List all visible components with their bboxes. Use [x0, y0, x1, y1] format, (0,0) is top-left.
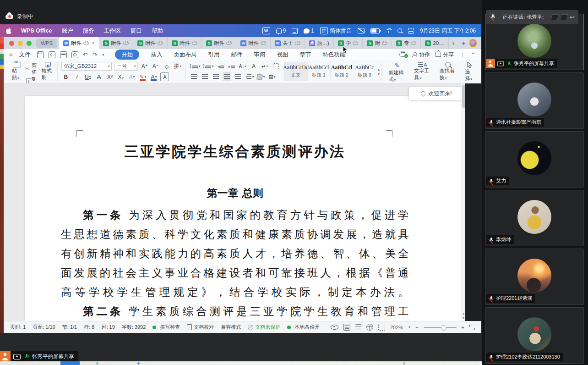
ribbon-tab[interactable]: 开始: [115, 50, 139, 60]
document-tab[interactable]: S 附件: [133, 37, 168, 49]
align-left-button[interactable]: [190, 72, 198, 81]
style-item[interactable]: AaBbCcl 标题 2: [330, 62, 353, 81]
strikethrough-button[interactable]: A: [94, 72, 103, 81]
scroll-up-icon[interactable]: ▲: [462, 312, 465, 315]
underline-button[interactable]: U▾: [83, 72, 92, 81]
superscript-button[interactable]: X²: [105, 72, 114, 81]
zoom-in-button[interactable]: +: [462, 325, 464, 330]
new-style-button[interactable]: ✎ 新建样式▾: [386, 61, 408, 82]
ribbon-tab[interactable]: 章节: [299, 51, 311, 59]
clear-format-button[interactable]: ◇: [162, 62, 171, 71]
ribbon-tab[interactable]: 特色功能: [322, 51, 345, 59]
shrink-font-button[interactable]: A⁻: [151, 62, 160, 71]
wps-tray-icon[interactable]: W: [262, 27, 270, 34]
wrap-button[interactable]: ↵▾: [261, 62, 269, 71]
view-layout-icon[interactable]: [560, 14, 568, 20]
cut-button[interactable]: ✂剪切: [25, 62, 39, 76]
menubar-item[interactable]: 工作区: [103, 27, 121, 35]
wechat-badge[interactable]: 1: [304, 28, 314, 34]
menubar-item[interactable]: 帮助: [152, 27, 163, 35]
zoom-window-button[interactable]: [27, 41, 32, 46]
page-view-icon[interactable]: [343, 324, 350, 331]
scrollbar-thumb[interactable]: [462, 85, 465, 108]
spell-check-status[interactable]: 拼写检查: [152, 324, 180, 331]
protection-status[interactable]: 文档未保护: [248, 324, 280, 331]
status-item[interactable]: 字数: 3992: [122, 324, 146, 331]
font-color-button[interactable]: A▾: [149, 72, 158, 81]
vertical-scrollbar[interactable]: ▲ ▼: [461, 83, 465, 321]
outline-view-icon[interactable]: [355, 324, 361, 330]
backup-status[interactable]: 本地备份开: [287, 324, 320, 331]
close-window-button[interactable]: [9, 41, 14, 46]
document-tab[interactable]: S 附: [363, 37, 392, 49]
undo-icon[interactable]: ↶: [83, 51, 88, 58]
taskbar-app-highlight[interactable]: [60, 361, 80, 365]
zoom-slider[interactable]: [424, 327, 457, 328]
distribute-button[interactable]: [234, 72, 242, 81]
hamburger-icon[interactable]: ≡: [9, 51, 13, 58]
fit-page-icon[interactable]: [378, 324, 385, 331]
print-icon[interactable]: [60, 51, 67, 58]
align-right-button[interactable]: [212, 72, 220, 81]
document-tab[interactable]: W 关于: [271, 37, 305, 49]
zoom-slider-thumb[interactable]: [441, 325, 446, 331]
style-scroll-down-icon[interactable]: ▼: [377, 72, 381, 76]
collaborate-button[interactable]: 协作: [412, 51, 430, 59]
participant-tile[interactable]: 通讯社摄影部严雨琪: [485, 72, 584, 129]
select-button[interactable]: 选择▾: [462, 61, 477, 82]
ribbon-tab[interactable]: 页面布局: [174, 51, 196, 59]
document-tab[interactable]: W 附件: [59, 37, 99, 49]
proofing-status[interactable]: 文档校对: [187, 324, 214, 331]
align-center-button[interactable]: [201, 72, 209, 81]
control-center-icon[interactable]: [408, 28, 414, 34]
search-icon[interactable]: [397, 28, 402, 33]
close-tab-icon[interactable]: [92, 40, 95, 46]
menubar-clock[interactable]: 9月23日 周五 下午2:06: [420, 27, 476, 35]
tab-scroll-right-icon[interactable]: ›: [449, 39, 458, 47]
paste-button[interactable]: 粘贴▾: [12, 62, 22, 81]
asian-layout-button[interactable]: A↓▾: [239, 62, 247, 71]
char-border-button[interactable]: A: [160, 72, 169, 81]
web-view-icon[interactable]: [366, 324, 373, 331]
menubar-item[interactable]: 服务: [82, 27, 94, 35]
apple-icon[interactable]: [5, 28, 11, 34]
battery-icon[interactable]: [370, 28, 380, 33]
style-item[interactable]: AaBbCc 标题 3: [353, 62, 376, 81]
char-scale-button[interactable]: A: [250, 62, 258, 71]
document-area[interactable]: 三亚学院学生综合素质测评办法 第一章 总则 第一条为深入贯彻党和国家的教育方针与…: [4, 83, 465, 321]
subscript-button[interactable]: X₂: [116, 72, 125, 81]
ribbon-tab[interactable]: 插入: [151, 51, 162, 59]
cloud-saved-icon[interactable]: ✓: [399, 52, 407, 57]
participant-tile[interactable]: 艾力: [485, 131, 584, 188]
wps-home-tab[interactable]: WPS: [36, 39, 57, 48]
document-tab[interactable]: S 附件: [99, 37, 133, 49]
more-options-icon[interactable]: ⋮: [459, 51, 465, 58]
document-tab[interactable]: S 专: [392, 37, 421, 49]
line-spacing-button[interactable]: ↕▾: [245, 72, 254, 81]
highlight-button[interactable]: ✎▾: [138, 72, 147, 81]
collapse-ribbon-icon[interactable]: ⌃: [471, 51, 476, 58]
participant-tile[interactable]: 李炳坤: [485, 190, 584, 246]
minimize-window-button[interactable]: [18, 41, 23, 46]
menubar-item[interactable]: 窗口: [131, 27, 142, 35]
style-item[interactable]: AaBbCcDd 正文: [284, 62, 307, 81]
grow-font-button[interactable]: A⁺: [140, 62, 149, 71]
status-item[interactable]: 页码: 1: [10, 324, 26, 331]
save-icon[interactable]: [37, 51, 44, 58]
phonetic-guide-button[interactable]: 拼▾: [173, 62, 182, 71]
text-tools-button[interactable]: A 文字工具▾: [411, 61, 434, 82]
increase-indent-button[interactable]: ▸: [228, 62, 236, 71]
new-tab-button[interactable]: +: [458, 39, 469, 47]
ribbon-tab[interactable]: 审阅: [254, 51, 265, 59]
style-scroll-up-icon[interactable]: ▲: [377, 68, 381, 71]
document-tab[interactable]: W 附件: [236, 37, 271, 49]
status-item[interactable]: 列: 19: [101, 324, 114, 331]
status-item[interactable]: 节: 1/1: [62, 324, 77, 331]
zoom-out-button[interactable]: −: [415, 325, 418, 330]
document-tab[interactable]: S 附件: [202, 37, 236, 49]
participant-tile[interactable]: 护理2102李政达2112003130: [485, 307, 584, 364]
document-tab[interactable]: S 20…: [421, 37, 448, 49]
document-page[interactable]: 三亚学院学生综合素质测评办法 第一章 总则 第一条为深入贯彻党和国家的教育方针与…: [25, 96, 461, 321]
shading-button[interactable]: ▾: [256, 72, 265, 81]
share-button[interactable]: 分享: [436, 51, 454, 59]
